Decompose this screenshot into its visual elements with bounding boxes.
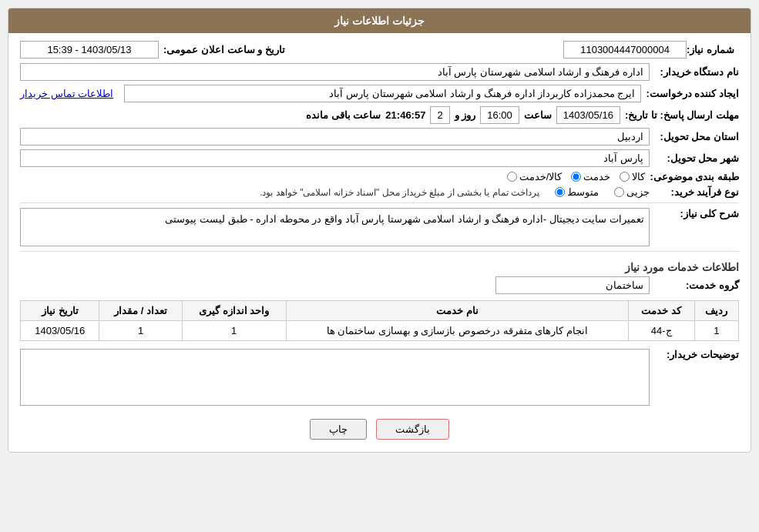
creator-label: ایجاد کننده درخواست: xyxy=(646,88,739,99)
city-label: شهر محل تحویل: xyxy=(654,152,739,164)
contact-link[interactable]: اطلاعات تماس خریدار xyxy=(20,88,113,99)
col-name: نام خدمت xyxy=(286,301,628,321)
city-value: پارس آباد xyxy=(20,149,650,167)
cell-row_num: 1 xyxy=(694,321,738,341)
table-header-row: ردیف کد خدمت نام خدمت واحد اندازه گیری ت… xyxy=(21,301,739,321)
purchase-type-label: نوع فرآیند خرید: xyxy=(654,186,739,198)
organization-value: اداره فرهنگ و ارشاد اسلامی شهرستان پارس … xyxy=(20,63,650,81)
category-row: طبقه بندی موضوعی: کالا خدمت کالا/خدمت xyxy=(20,171,739,182)
date-label: تاریخ و ساعت اعلان عمومی: xyxy=(163,44,285,55)
divider-2 xyxy=(20,251,739,252)
radio-kala-input[interactable] xyxy=(620,172,630,182)
deadline-remaining-label: ساعت باقی مانده xyxy=(306,109,381,121)
creator-row: ایجاد کننده درخواست: ایرج محمدزاده کاربر… xyxy=(20,85,739,102)
organization-label: نام دستگاه خریدار: xyxy=(654,66,739,78)
buyer-notes-label: توضیحات خریدار: xyxy=(654,349,739,360)
purchase-note: پرداخت تمام یا بخشی از مبلغ خریداز محل "… xyxy=(260,187,539,198)
col-qty: تعداد / مقدار xyxy=(99,301,182,321)
deadline-days: 2 xyxy=(430,106,449,124)
deadline-row: مهلت ارسال پاسخ: تا تاریخ: 1403/05/16 سا… xyxy=(20,106,739,124)
top-info-row: شماره نیاز: 1103004447000004 تاریخ و ساع… xyxy=(20,41,739,59)
service-table: ردیف کد خدمت نام خدمت واحد اندازه گیری ت… xyxy=(20,300,739,341)
description-value: تعمیرات سایت دیجیتال -اداره فرهنگ و ارشا… xyxy=(20,208,650,246)
service-group-row: گروه خدمت: ساختمان xyxy=(20,276,739,294)
cell-quantity: 1 xyxy=(99,321,182,341)
organization-row: نام دستگاه خریدار: اداره فرهنگ و ارشاد ا… xyxy=(20,63,739,81)
card-body: شماره نیاز: 1103004447000004 تاریخ و ساع… xyxy=(8,33,751,452)
province-row: استان محل تحویل: اردبیل xyxy=(20,128,739,146)
buyer-notes-row: توضیحات خریدار: xyxy=(20,349,739,406)
purchase-type-row: نوع فرآیند خرید: جزیی متوسط پرداخت تمام … xyxy=(20,186,739,198)
radio-jozi[interactable]: جزیی xyxy=(614,186,650,198)
description-label: شرح کلی نیاز: xyxy=(654,208,739,219)
deadline-time: 16:00 xyxy=(480,106,519,124)
table-row: 1ج-44انجام کارهای متفرقه درخصوص بازسازی … xyxy=(21,321,739,341)
cell-date: 1403/05/16 xyxy=(21,321,99,341)
radio-motevaset-input[interactable] xyxy=(555,187,565,197)
radio-kala-khedmat-label: کالا/خدمت xyxy=(519,171,563,182)
radio-motevaset[interactable]: متوسط xyxy=(555,186,599,198)
creator-value: ایرج محمدزاده کاربرداز اداره فرهنگ و ارش… xyxy=(124,85,641,102)
radio-kala-khedmat-input[interactable] xyxy=(507,172,517,182)
col-unit: واحد اندازه گیری xyxy=(182,301,286,321)
province-value: اردبیل xyxy=(20,128,650,146)
date-value: 1403/05/13 - 15:39 xyxy=(20,41,159,59)
deadline-date: 1403/05/16 xyxy=(556,106,620,124)
main-card: جزئیات اطلاعات نیاز شماره نیاز: 11030044… xyxy=(8,8,751,453)
service-group-value: ساختمان xyxy=(495,276,650,294)
cell-service_name: انجام کارهای متفرقه درخصوص بازسازی و بهس… xyxy=(286,321,628,341)
category-label: طبقه بندی موضوعی: xyxy=(650,171,739,182)
col-code: کد خدمت xyxy=(628,301,694,321)
category-radio-group: کالا خدمت کالا/خدمت xyxy=(507,171,646,182)
header-title: جزئیات اطلاعات نیاز xyxy=(334,15,425,27)
radio-khedmat-input[interactable] xyxy=(571,172,581,182)
purchase-radio-group: جزیی متوسط پرداخت تمام یا بخشی از مبلغ خ… xyxy=(260,186,650,198)
request-number-label: شماره نیاز: xyxy=(687,44,734,55)
page-wrapper: جزئیات اطلاعات نیاز شماره نیاز: 11030044… xyxy=(0,0,759,532)
city-row: شهر محل تحویل: پارس آباد xyxy=(20,149,739,167)
divider-1 xyxy=(20,202,739,203)
card-header: جزئیات اطلاعات نیاز xyxy=(8,8,751,33)
print-button[interactable]: چاپ xyxy=(310,419,367,440)
province-label: استان محل تحویل: xyxy=(654,131,739,142)
service-section-title: اطلاعات خدمات مورد نیاز xyxy=(20,256,739,276)
radio-khedmat[interactable]: خدمت xyxy=(571,171,610,182)
deadline-time-label: ساعت xyxy=(524,109,552,121)
radio-jozi-input[interactable] xyxy=(614,187,624,197)
deadline-days-label: روز و xyxy=(455,109,476,121)
radio-motevaset-label: متوسط xyxy=(567,186,599,198)
button-row: بازگشت چاپ xyxy=(20,410,739,444)
radio-kala-khedmat[interactable]: کالا/خدمت xyxy=(507,171,563,182)
col-rownum: ردیف xyxy=(694,301,738,321)
request-number-value: 1103004447000004 xyxy=(563,41,687,59)
buyer-notes-input[interactable] xyxy=(20,349,650,406)
cell-unit: 1 xyxy=(182,321,286,341)
radio-kala[interactable]: کالا xyxy=(620,171,645,182)
cell-service_code: ج-44 xyxy=(628,321,694,341)
col-date: تاریخ نیاز xyxy=(21,301,99,321)
deadline-label: مهلت ارسال پاسخ: تا تاریخ: xyxy=(625,109,739,121)
service-table-body: 1ج-44انجام کارهای متفرقه درخصوص بازسازی … xyxy=(21,321,739,341)
radio-kala-label: کالا xyxy=(632,171,645,182)
description-row: شرح کلی نیاز: تعمیرات سایت دیجیتال -ادار… xyxy=(20,208,739,246)
radio-jozi-label: جزیی xyxy=(626,186,650,198)
service-group-label: گروه خدمت: xyxy=(654,279,739,291)
radio-khedmat-label: خدمت xyxy=(583,171,610,182)
deadline-remaining-val: 21:46:57 xyxy=(385,109,425,121)
back-button[interactable]: بازگشت xyxy=(376,419,449,440)
